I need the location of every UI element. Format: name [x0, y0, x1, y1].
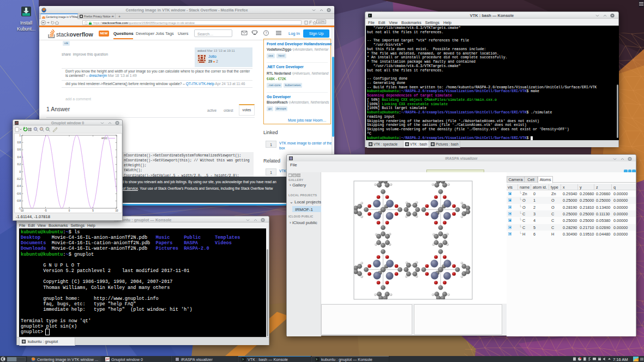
svg-text:0.2: 0.2 — [17, 163, 21, 166]
svg-text:-5: -5 — [44, 209, 46, 212]
svg-text:-0.2: -0.2 — [16, 178, 21, 180]
svg-text:0.6: 0.6 — [17, 148, 21, 151]
svg-text:0: 0 — [19, 171, 21, 173]
svg-text:0: 0 — [69, 209, 70, 212]
svg-text:0.4: 0.4 — [17, 156, 21, 159]
svg-text:-0.4: -0.4 — [16, 185, 21, 188]
svg-text:10: 10 — [115, 209, 118, 212]
svg-text:?: ? — [265, 31, 267, 35]
svg-text:-0.6: -0.6 — [16, 192, 21, 195]
svg-text:1: 1 — [19, 134, 21, 137]
svg-text:0.8: 0.8 — [17, 141, 21, 144]
svg-text:-10: -10 — [20, 209, 24, 212]
svg-text:5: 5 — [92, 209, 94, 212]
svg-text:-0.8: -0.8 — [16, 200, 21, 202]
